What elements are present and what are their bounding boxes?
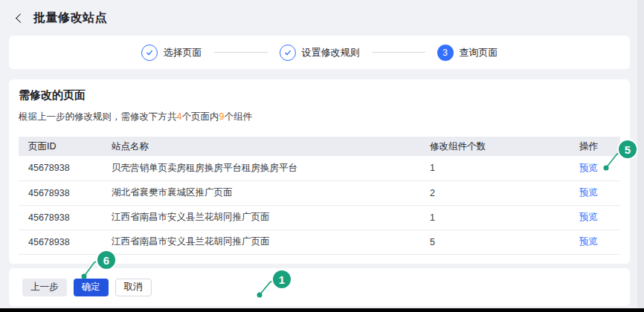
cell-action: 预览 bbox=[576, 205, 620, 230]
bottom-edge-strip bbox=[0, 308, 644, 312]
preview-link[interactable]: 预览 bbox=[579, 163, 598, 173]
preview-link[interactable]: 预览 bbox=[579, 212, 598, 222]
annotation-marker-1: 1 bbox=[271, 269, 292, 290]
chevron-left-icon bbox=[16, 13, 25, 23]
cell-component-count: 5 bbox=[420, 230, 576, 254]
pages-table: 页面ID 站点名称 修改组件个数 操作 45678938 贝壳营销单页卖房租房换… bbox=[19, 137, 620, 255]
step-done-check-icon bbox=[280, 45, 296, 61]
footer-action-bar: 上一步 确定 取消 bbox=[9, 268, 630, 306]
col-header-site-name: 站点名称 bbox=[102, 137, 420, 156]
step-label: 设置修改规则 bbox=[302, 46, 360, 59]
cell-page-id: 45678938 bbox=[19, 181, 102, 205]
step-connector bbox=[372, 52, 425, 53]
cancel-button[interactable]: 取消 bbox=[115, 279, 152, 296]
cell-action: 预览 bbox=[576, 156, 620, 181]
col-header-actions: 操作 bbox=[576, 137, 620, 156]
page-header: 批量修改站点 bbox=[0, 0, 630, 36]
cell-site-name: 贝壳营销单页卖房租房换房平台租房换房平台 bbox=[102, 156, 420, 181]
stepper-panel: 选择页面 设置修改规则 3 查询页面 bbox=[9, 36, 630, 69]
cell-page-id: 45678938 bbox=[19, 230, 102, 254]
step-number-badge: 3 bbox=[437, 45, 454, 61]
back-button[interactable] bbox=[13, 11, 26, 25]
step-done-check-icon bbox=[141, 45, 158, 61]
page-title: 批量修改站点 bbox=[33, 10, 107, 26]
table-row: 45678938 贝壳营销单页卖房租房换房平台租房换房平台 1 预览 bbox=[19, 156, 620, 181]
confirm-button[interactable]: 确定 bbox=[74, 279, 109, 296]
cell-component-count: 1 bbox=[420, 205, 576, 230]
table-row: 45678938 湖北省襄樊市襄城区推广页面 2 预览 bbox=[19, 181, 620, 205]
desc-middle: 个页面内 bbox=[181, 111, 219, 122]
cell-site-name: 湖北省襄樊市襄城区推广页面 bbox=[102, 181, 420, 205]
desc-prefix: 根据上一步的修改规则，需修改下方共 bbox=[19, 111, 177, 122]
cell-component-count: 1 bbox=[420, 156, 576, 181]
step-label: 查询页面 bbox=[460, 46, 498, 59]
col-header-component-count: 修改组件个数 bbox=[420, 137, 576, 156]
section-title: 需修改的页面 bbox=[19, 79, 620, 101]
preview-link[interactable]: 预览 bbox=[579, 236, 598, 247]
cell-action: 预览 bbox=[576, 230, 620, 254]
cell-site-name: 江西省南昌市安义县兰花胡同推广页面 bbox=[102, 230, 420, 254]
cell-page-id: 45678938 bbox=[19, 156, 102, 181]
cell-action: 预览 bbox=[576, 181, 620, 205]
page-right-gutter bbox=[637, 0, 644, 312]
section-description: 根据上一步的修改规则，需修改下方共4个页面内9个组件 bbox=[19, 112, 620, 122]
step-set-rules: 设置修改规则 bbox=[280, 45, 360, 61]
annotation-marker-5: 5 bbox=[617, 139, 638, 160]
annotation-marker-6: 6 bbox=[96, 250, 117, 270]
table-row: 45678938 江西省南昌市安义县兰花胡同推广页面 1 预览 bbox=[19, 205, 620, 230]
step-connector bbox=[214, 52, 268, 53]
step-select-pages: 选择页面 bbox=[141, 45, 202, 61]
cell-page-id: 45678938 bbox=[19, 205, 102, 230]
table-header-row: 页面ID 站点名称 修改组件个数 操作 bbox=[19, 137, 620, 156]
stepper: 选择页面 设置修改规则 3 查询页面 bbox=[141, 45, 498, 61]
previous-step-button[interactable]: 上一步 bbox=[22, 279, 67, 296]
preview-link[interactable]: 预览 bbox=[579, 187, 598, 198]
step-label: 选择页面 bbox=[164, 46, 202, 59]
step-query-pages: 3 查询页面 bbox=[437, 45, 498, 61]
col-header-page-id: 页面ID bbox=[19, 137, 102, 156]
main-panel: 需修改的页面 根据上一步的修改规则，需修改下方共4个页面内9个组件 页面ID 站… bbox=[9, 79, 630, 264]
cell-site-name: 江西省南昌市安义县兰花胡同推广页面 bbox=[102, 205, 420, 230]
cell-component-count: 2 bbox=[420, 181, 576, 205]
desc-suffix: 个组件 bbox=[224, 111, 252, 122]
